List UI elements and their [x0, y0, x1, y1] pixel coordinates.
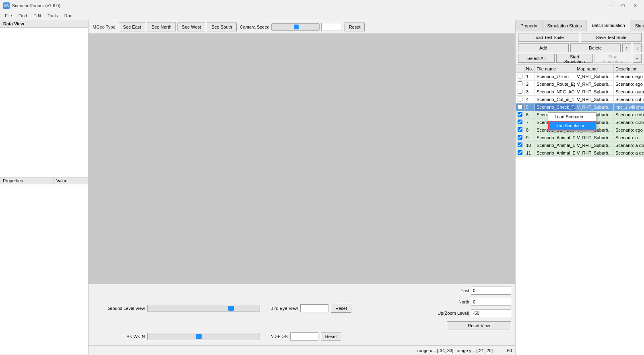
ground-level-thumb[interactable] — [228, 306, 234, 311]
row-checkbox[interactable] — [518, 74, 522, 78]
app-title: ScenarioRunner (v1.6.0) — [12, 3, 60, 8]
table-row[interactable]: 10Scenario_Animal_D...V_RHT_Suburb...Sce… — [516, 142, 644, 149]
left-panel: Data View Properties Value — [0, 20, 89, 355]
title-bar: SR ScenarioRunner (v1.6.0) — □ ✕ — [0, 0, 644, 11]
col-filename: File name — [535, 65, 575, 73]
table-cell: 11 — [524, 149, 535, 157]
see-north-button[interactable]: See North — [147, 23, 176, 31]
n-e-s-input[interactable] — [290, 332, 318, 341]
row-checkbox[interactable] — [518, 150, 522, 155]
row-checkbox[interactable] — [518, 135, 522, 140]
camera-speed-label: Camera Speed — [240, 25, 270, 29]
menu-file[interactable]: File — [2, 12, 15, 19]
minimize-button[interactable]: — — [605, 1, 617, 10]
delete-button[interactable]: Delete — [570, 43, 621, 52]
arrow-right-button[interactable]: → — [633, 54, 642, 63]
up-button[interactable]: ↑ — [622, 43, 631, 52]
menu-edit[interactable]: Edit — [30, 12, 44, 19]
see-south-button[interactable]: See South — [207, 23, 236, 31]
col-description: Description — [613, 65, 644, 73]
row-checkbox[interactable] — [518, 120, 522, 124]
reset-view-button[interactable]: Reset View — [447, 321, 511, 330]
down-button[interactable]: ↓ — [633, 43, 642, 52]
n-e-s-label: N->E->S — [270, 334, 288, 339]
stop-simulation-button[interactable]: Stop Simulation — [594, 54, 631, 63]
bird-eye-reset-button[interactable]: Reset — [331, 304, 351, 313]
east-row: East — [433, 287, 511, 295]
menu-find[interactable]: Find — [15, 12, 30, 19]
see-east-button[interactable]: See East — [119, 23, 146, 31]
rotation-thumb[interactable] — [196, 334, 202, 339]
menu-run[interactable]: Run — [61, 12, 76, 19]
table-row[interactable]: 11Scenario_Animal_D...V_RHT_Suburb...Sce… — [516, 149, 644, 157]
table-row[interactable]: 2Scenario_Route_Eg...V_RHT_Suburb...Scen… — [516, 80, 644, 88]
row-checkbox[interactable] — [518, 81, 522, 86]
table-cell: V_RHT_Suburb... — [575, 142, 614, 149]
table-cell: Scenario: cut-in — [613, 96, 644, 103]
close-button[interactable]: ✕ — [630, 1, 641, 10]
toolbar-row-3: Select All Start Simulation Stop Simulat… — [518, 54, 642, 63]
row-checkbox[interactable] — [518, 104, 522, 109]
context-run-simulation[interactable]: Run Simulation — [548, 121, 596, 130]
table-cell: V_RHT_Suburb... — [575, 80, 614, 88]
start-simulation-button[interactable]: Start Simulation — [556, 54, 593, 63]
right-panel: Property Simulation Status Batch Simulat… — [515, 20, 644, 355]
table-cell: 2 — [524, 80, 535, 88]
table-cell: Scenario_Route_Eg... — [535, 80, 575, 88]
table-cell: Scenario_Check_T... — [535, 103, 575, 111]
rotation-slider[interactable] — [147, 333, 260, 340]
row-checkbox[interactable] — [518, 97, 522, 101]
range-y: range y = [-21, 20] — [456, 348, 493, 353]
add-button[interactable]: Add — [518, 43, 569, 52]
tab-more[interactable]: Simulati ◄ — [630, 20, 644, 31]
north-input[interactable] — [471, 298, 511, 306]
maximize-button[interactable]: □ — [617, 1, 629, 10]
ground-level-slider[interactable] — [147, 305, 260, 312]
table-cell: 4 — [524, 96, 535, 103]
camera-speed-slider-thumb[interactable] — [294, 25, 299, 29]
row-checkbox[interactable] — [518, 142, 522, 147]
zoom-display: -50 — [496, 348, 512, 353]
camera-speed-value[interactable] — [321, 23, 341, 31]
col-checkbox — [516, 65, 524, 73]
table-cell: Scenario: a ... — [613, 134, 644, 142]
table-row[interactable]: 5Scenario_Check_T...V_RHT_Suburb...npc_1… — [516, 103, 644, 111]
table-cell: 7 — [524, 119, 535, 126]
row-checkbox[interactable] — [518, 112, 522, 117]
center-panel: MGeo Type See East See North See West Se… — [89, 20, 515, 355]
tab-property[interactable]: Property — [516, 20, 543, 31]
table-cell: Scenario: a dee... — [613, 149, 644, 157]
zoom-input[interactable] — [471, 309, 511, 317]
scenario-table: No. File name Map name Description 1Scen… — [516, 65, 644, 157]
menu-tools[interactable]: Tools — [44, 12, 61, 19]
tab-simulation-status[interactable]: Simulation Status — [543, 20, 587, 31]
table-cell: 6 — [524, 111, 535, 119]
save-test-suite-button[interactable]: Save Test Suite — [581, 33, 642, 42]
row-checkbox[interactable] — [518, 89, 522, 94]
viewport[interactable] — [89, 34, 515, 284]
select-all-button[interactable]: Select All — [518, 54, 555, 63]
table-row[interactable]: 3Scenario_NPC_ACCV_RHT_Suburb...Scenario… — [516, 88, 644, 96]
east-input[interactable] — [471, 287, 511, 295]
see-west-button[interactable]: See West — [178, 23, 206, 31]
scenario-table-container[interactable]: No. File name Map name Description 1Scen… — [516, 65, 644, 355]
table-row[interactable]: 9Scenario_Animal_D...V_RHT_Suburb...Scen… — [516, 134, 644, 142]
table-cell: Scenario: a do... — [613, 142, 644, 149]
context-load-scenario[interactable]: Load Scenario — [548, 113, 596, 121]
table-cell: Scenario_Cut_in_1 — [535, 96, 575, 103]
ground-level-row: Ground Level View Bird Eye View Reset Ea… — [93, 287, 511, 330]
bird-eye-input[interactable] — [300, 304, 328, 312]
table-row[interactable]: 4Scenario_Cut_in_1V_RHT_Suburb...Scenari… — [516, 96, 644, 103]
table-cell: Scenario: ego ... — [613, 80, 644, 88]
load-test-suite-button[interactable]: Load Test Suite — [518, 33, 579, 42]
coords-section: East North Up(Zoom Level) Reset Vie — [433, 287, 511, 330]
camera-speed-slider-track[interactable] — [271, 23, 320, 31]
row-checkbox[interactable] — [518, 127, 522, 132]
col-no: No. — [524, 65, 535, 73]
table-cell: V_RHT_Suburb... — [575, 88, 614, 96]
tab-batch-simulation[interactable]: Batch Simulation — [587, 20, 630, 31]
table-row[interactable]: 1Scenario_UTurnV_RHT_Suburb...Scenario: … — [516, 73, 644, 80]
rotation-reset-button[interactable]: Reset — [321, 332, 341, 341]
value-col-header: Value — [54, 178, 88, 184]
reset-button[interactable]: Reset — [345, 23, 365, 31]
